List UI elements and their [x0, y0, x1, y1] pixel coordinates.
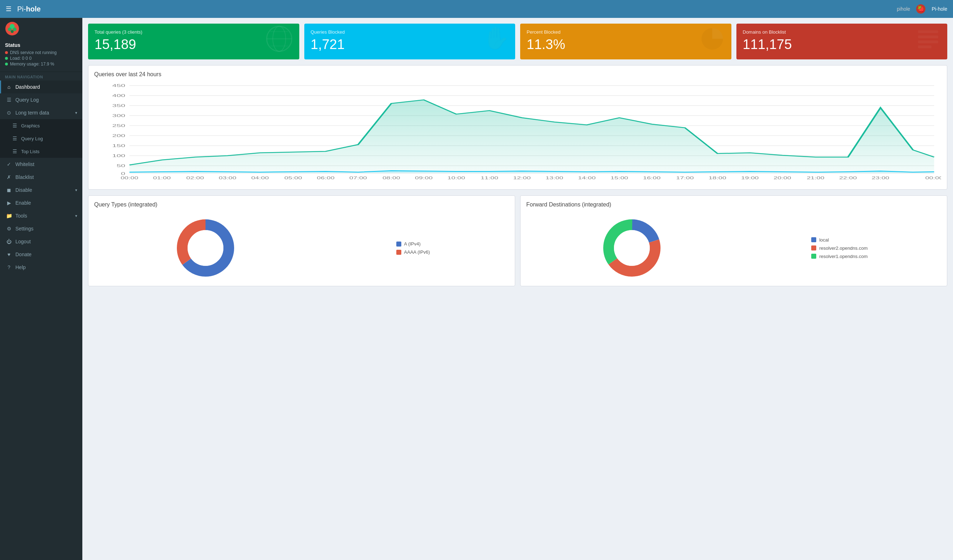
status-memory: Memory usage: 17.9 % [5, 62, 77, 67]
brand-pi: Pi- [17, 5, 26, 13]
legend-color-ipv6 [396, 250, 401, 255]
status-memory-label: Memory usage: 17.9 % [10, 62, 54, 67]
chevron-down-icon-disable: ▾ [75, 188, 77, 192]
queries-chart-title: Queries over last 24 hours [94, 71, 941, 77]
username-label: pihole [897, 6, 910, 12]
sidebar-item-donate[interactable]: ♥ Donate [0, 248, 82, 261]
svg-text:03:00: 03:00 [219, 176, 237, 180]
sidebar-item-tools[interactable]: 📁 Tools ▾ [0, 209, 82, 222]
sidebar-item-dashboard[interactable]: ⌂ Dashboard [0, 80, 82, 93]
legend-color-resolver2 [811, 246, 816, 251]
chevron-down-icon: ▾ [75, 111, 77, 115]
line-chart-svg: 450 400 350 300 250 200 150 100 50 0 [94, 82, 941, 182]
svg-text:11:00: 11:00 [480, 176, 498, 180]
sidebar-item-querylog[interactable]: ☰ Query Log [0, 93, 82, 106]
top-nav: ☰ Pi-hole pihole 🍓 Pi-hole [0, 0, 953, 18]
forward-destinations-legend: local resolver2.opendns.com resolver1.op… [811, 237, 868, 259]
svg-text:22:00: 22:00 [839, 176, 857, 180]
svg-text:0: 0 [121, 172, 125, 176]
legend-color-ipv4 [396, 241, 401, 246]
legend-item-resolver1: resolver1.opendns.com [811, 254, 868, 259]
svg-marker-38 [130, 100, 934, 173]
forward-destinations-donut [600, 216, 664, 280]
graphics-icon: ☰ [12, 123, 17, 128]
hand-icon: ✋ [483, 25, 509, 57]
querylog2-icon: ☰ [12, 136, 17, 141]
stat-value-blocked: 1,721 [311, 37, 509, 51]
tools-icon: 📁 [6, 213, 12, 219]
toplists-icon: ☰ [12, 149, 17, 154]
sidebar-item-whitelist[interactable]: ✓ Whitelist [0, 158, 82, 171]
query-types-donut [173, 216, 238, 280]
top-nav-right: pihole 🍓 Pi-hole [897, 4, 947, 14]
donate-icon: ♥ [6, 252, 12, 257]
svg-text:250: 250 [112, 124, 125, 128]
hamburger-icon[interactable]: ☰ [6, 5, 11, 13]
sidebar-item-settings[interactable]: ⚙ Settings [0, 222, 82, 235]
sidebar-item-toplists[interactable]: ☰ Top Lists [0, 145, 82, 158]
sidebar-item-querylog2[interactable]: ☰ Query Log [0, 132, 82, 145]
legend-item-ipv6: AAAA (IPv6) [396, 249, 430, 255]
raspberry-icon: 🍓 [916, 4, 926, 14]
stat-card-queries-blocked: Queries Blocked 1,721 ✋ [304, 23, 515, 59]
sidebar-item-label-settings: Settings [16, 226, 34, 232]
legend-label-resolver1: resolver1.opendns.com [819, 254, 868, 259]
legend-item-ipv4: A (IPv4) [396, 241, 430, 246]
query-types-legend: A (IPv4) AAAA (IPv6) [396, 241, 430, 255]
stat-value-total: 15,189 [95, 37, 293, 51]
sidebar-item-blacklist[interactable]: ✗ Blacklist [0, 171, 82, 184]
settings-icon: ⚙ [6, 226, 12, 232]
blacklist-icon: ✗ [6, 174, 12, 180]
svg-rect-16 [918, 40, 938, 43]
list-icon [915, 25, 942, 57]
pie-chart-icon [699, 25, 726, 57]
sidebar-item-label-graphics: Graphics [21, 123, 40, 128]
dot-red [5, 51, 8, 54]
stat-value-domains: 111,175 [743, 37, 941, 51]
sidebar-item-graphics[interactable]: ☰ Graphics [0, 119, 82, 132]
sidebar-item-label-help: Help [16, 265, 26, 270]
svg-point-4 [8, 28, 11, 31]
svg-point-71 [614, 230, 650, 266]
brand: Pi-hole [17, 5, 41, 13]
svg-text:150: 150 [112, 144, 125, 148]
svg-text:12:00: 12:00 [513, 176, 531, 180]
dot-green-2 [5, 63, 8, 65]
sidebar-status: Status DNS service not running Load: 0 0… [0, 38, 82, 72]
status-load-label: Load: 0 0 0 [10, 56, 31, 61]
svg-text:15:00: 15:00 [610, 176, 628, 180]
svg-text:350: 350 [112, 104, 125, 108]
sidebar-item-disable[interactable]: ◼ Disable ▾ [0, 184, 82, 196]
help-icon: ? [6, 265, 12, 270]
svg-text:05:00: 05:00 [284, 176, 302, 180]
svg-text:21:00: 21:00 [807, 176, 824, 180]
legend-color-local [811, 237, 816, 242]
svg-rect-15 [918, 36, 938, 38]
sidebar-item-help[interactable]: ? Help [0, 261, 82, 274]
svg-text:100: 100 [112, 153, 125, 158]
stat-card-total-queries: Total queries (3 clients) 15,189 [88, 23, 299, 59]
globe-icon [265, 25, 293, 59]
dot-green-1 [5, 57, 8, 60]
sidebar-item-label-longterm: Long term data [16, 110, 49, 116]
legend-item-resolver2: resolver2.opendns.com [811, 246, 868, 251]
sidebar-item-longterm[interactable]: ⊙ Long term data ▾ [0, 106, 82, 119]
sidebar-item-enable[interactable]: ▶ Enable [0, 196, 82, 209]
svg-text:18:00: 18:00 [708, 176, 726, 180]
legend-color-resolver1 [811, 254, 816, 259]
enable-icon: ▶ [6, 200, 12, 206]
sidebar-item-label-disable: Disable [16, 187, 32, 193]
status-dns: DNS service not running [5, 50, 77, 55]
sidebar: Status DNS service not running Load: 0 0… [0, 18, 82, 560]
sidebar-item-logout[interactable]: ⏻ Logout [0, 235, 82, 248]
svg-text:00:00: 00:00 [121, 176, 138, 180]
sidebar-logo-icon [5, 22, 19, 36]
chevron-down-icon-tools: ▾ [75, 213, 77, 218]
legend-label-resolver2: resolver2.opendns.com [819, 246, 868, 251]
stat-cards: Total queries (3 clients) 15,189 Queries… [88, 23, 947, 59]
svg-text:10:00: 10:00 [447, 176, 466, 180]
sidebar-item-label-donate: Donate [16, 252, 31, 257]
svg-text:01:00: 01:00 [153, 176, 171, 180]
forward-destinations-title: Forward Destinations (integrated) [526, 201, 941, 208]
svg-text:00:00: 00:00 [925, 176, 941, 180]
